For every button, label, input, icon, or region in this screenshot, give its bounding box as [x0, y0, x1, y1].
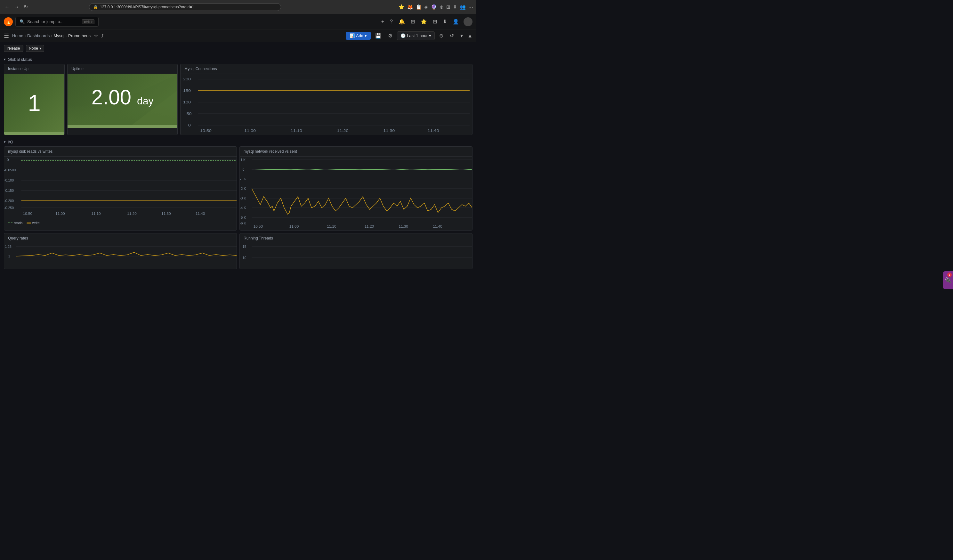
grid-icon[interactable]: ⊞ — [410, 17, 416, 26]
question-icon[interactable]: ? — [389, 18, 394, 26]
browser-icon-6[interactable]: ⊕ — [439, 4, 444, 10]
browser-icon-1[interactable]: ⭐ — [399, 4, 405, 10]
svg-text:-0.250: -0.250 — [4, 206, 14, 210]
svg-text:10: 10 — [243, 256, 247, 260]
refresh-button[interactable]: ↻ — [22, 3, 29, 11]
svg-text:1.25: 1.25 — [5, 245, 11, 248]
search-shortcut: ctrl+k — [82, 19, 95, 24]
grafana-logo[interactable]: 🔥 — [4, 17, 13, 26]
browser-icon-9[interactable]: 👥 — [460, 4, 466, 10]
browser-icon-2[interactable]: 🦊 — [407, 4, 413, 10]
disk-rw-svg: 0 -0.0500 -0.100 -0.150 -0.200 -0.250 10… — [4, 157, 237, 219]
url-text: 127.0.0.1:3000/d/6-kPlS7ik/mysql-prometh… — [100, 5, 194, 9]
svg-text:-1 K: -1 K — [240, 177, 246, 181]
save-dashboard-button[interactable]: 💾 — [373, 31, 383, 40]
svg-text:200: 200 — [183, 77, 191, 81]
svg-text:11:10: 11:10 — [291, 129, 302, 133]
section-chevron-global: ▾ — [4, 57, 6, 62]
reads-legend: reads — [8, 221, 23, 225]
uptime-panel: Uptime 2.00 day — [67, 64, 178, 135]
user-avatar[interactable] — [464, 17, 472, 26]
home-link[interactable]: Home — [12, 33, 23, 38]
release-filter[interactable]: release — [4, 45, 23, 52]
svg-text:-4 K: -4 K — [240, 206, 246, 210]
svg-text:-6 K: -6 K — [240, 222, 246, 225]
io-label: I/O — [8, 140, 13, 144]
security-icon: 🔒 — [93, 5, 98, 9]
svg-text:11:10: 11:10 — [327, 225, 336, 228]
writes-color — [26, 223, 31, 223]
running-threads-title: Running Threads — [240, 233, 472, 244]
svg-text:-5 K: -5 K — [240, 216, 246, 219]
query-rates-title: Query rates — [4, 233, 237, 244]
query-rates-panel: Query rates 1.25 1 — [4, 233, 237, 269]
svg-text:-0.0500: -0.0500 — [4, 168, 16, 172]
back-button[interactable]: ← — [3, 3, 11, 11]
instance-up-title: Instance Up — [4, 64, 64, 74]
current-page: Mysql - Prometheus — [53, 33, 91, 38]
uptime-unit: day — [137, 95, 154, 107]
plus-icon[interactable]: + — [380, 18, 385, 26]
writes-label: write — [32, 221, 40, 225]
search-bar[interactable]: 🔍 Search or jump to... ctrl+k — [16, 17, 99, 26]
add-button[interactable]: 📊 Add ▾ — [346, 32, 371, 40]
mysql-connections-title: Mysql Connections — [180, 64, 472, 74]
svg-text:-0.200: -0.200 — [4, 199, 14, 203]
global-status-header[interactable]: ▾ Global status — [4, 55, 472, 64]
refresh-interval-button[interactable]: ▾ — [458, 31, 465, 40]
zoom-out-button[interactable]: ⊖ — [437, 31, 445, 40]
refresh-button-dash[interactable]: ↺ — [448, 31, 456, 40]
svg-text:0: 0 — [243, 168, 245, 171]
bookmark-icon[interactable]: ⭐ — [419, 17, 428, 26]
clock-icon: 🕐 — [400, 33, 406, 38]
mysql-connections-panel: Mysql Connections 200 150 100 50 0 — [180, 64, 472, 135]
svg-text:11:10: 11:10 — [91, 212, 101, 216]
topbar-right: + ? 🔔 ⊞ ⭐ ⊟ ⬇ 👤 — [380, 17, 472, 26]
search-placeholder: Search or jump to... — [27, 19, 64, 24]
browser-icon-7[interactable]: ⊞ — [446, 4, 450, 10]
network-panel: mysql network received vs sent 1 K 0 -1 … — [239, 146, 472, 231]
svg-text:11:30: 11:30 — [383, 129, 395, 133]
browser-icons: ⭐ 🦊 📋 ◈ 🔮 ⊕ ⊞ ⬇ 👥 ⋯ — [399, 4, 473, 10]
share-icon[interactable]: ⤴ — [101, 33, 104, 39]
favorite-star[interactable]: ☆ — [94, 33, 98, 39]
running-threads-panel: Running Threads 15 10 — [239, 233, 472, 269]
browser-icon-3[interactable]: 📋 — [416, 4, 422, 10]
browser-icon-4[interactable]: ◈ — [424, 4, 428, 10]
disk-legend: reads write — [4, 219, 237, 227]
none-select[interactable]: None ▾ — [26, 45, 44, 52]
download-icon[interactable]: ⬇ — [441, 17, 448, 26]
svg-text:1: 1 — [8, 254, 10, 258]
browser-icon-8[interactable]: ⬇ — [453, 4, 457, 10]
uptime-value: 2.00 day — [92, 85, 154, 109]
browser-more[interactable]: ⋯ — [468, 4, 473, 10]
dashboards-link[interactable]: Dashboards — [27, 33, 50, 38]
forward-button[interactable]: → — [13, 3, 20, 11]
instance-up-value: 1 — [28, 90, 41, 116]
instance-up-bar — [4, 132, 64, 135]
collapse-button[interactable]: ▲ — [467, 33, 472, 39]
svg-text:11:20: 11:20 — [337, 129, 348, 133]
svg-text:11:20: 11:20 — [127, 212, 137, 216]
query-rates-svg: 1.25 1 — [4, 244, 237, 269]
instance-up-value-container: 1 — [4, 74, 64, 132]
io-header[interactable]: ▾ I/O — [4, 138, 472, 146]
settings-button[interactable]: ⚙ — [386, 31, 394, 40]
time-chevron: ▾ — [429, 33, 431, 38]
layout-icon[interactable]: ⊟ — [431, 17, 438, 26]
address-bar[interactable]: 🔒 127.0.0.1:3000/d/6-kPlS7ik/mysql-prome… — [89, 3, 281, 11]
none-label: None — [29, 46, 38, 51]
people-icon[interactable]: 👤 — [452, 17, 460, 26]
svg-text:10:50: 10:50 — [23, 212, 32, 216]
svg-text:0: 0 — [188, 123, 191, 127]
time-picker[interactable]: 🕐 Last 1 hour ▾ — [397, 31, 435, 40]
dashboard: release None ▾ ▾ Global status Instance … — [0, 42, 476, 280]
uptime-bar — [68, 125, 177, 128]
svg-text:11:30: 11:30 — [161, 212, 171, 216]
instance-up-panel: Instance Up 1 — [4, 64, 65, 135]
uptime-number: 2.00 — [92, 86, 132, 109]
menu-icon[interactable]: ☰ — [4, 33, 9, 39]
breadcrumb-bar: ☰ Home › Dashboards › Mysql - Prometheus… — [0, 29, 476, 42]
bell-icon[interactable]: 🔔 — [397, 17, 406, 26]
browser-icon-5[interactable]: 🔮 — [431, 4, 437, 10]
